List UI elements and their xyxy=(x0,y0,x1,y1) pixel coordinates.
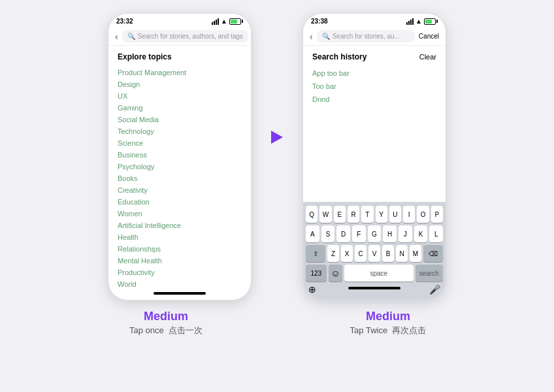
search-icon-1: 🔍 xyxy=(127,33,135,40)
history-list: App too barToo barDnnd xyxy=(312,67,436,106)
key-r[interactable]: R xyxy=(348,206,359,223)
keyboard-icon-row: ⊕ 🎤 xyxy=(306,284,443,295)
topic-item[interactable]: Health xyxy=(118,231,242,243)
mic-key[interactable]: 🎤 xyxy=(429,284,440,295)
key-v[interactable]: V xyxy=(368,245,380,262)
space-key[interactable]: space xyxy=(344,265,414,282)
history-item[interactable]: Too bar xyxy=(312,80,436,93)
key-e[interactable]: E xyxy=(334,206,346,223)
key-x[interactable]: X xyxy=(341,245,353,262)
topic-item[interactable]: Women xyxy=(118,208,242,220)
keyboard-row-1: QWERTYUIOP xyxy=(306,206,443,223)
key-s[interactable]: S xyxy=(321,225,335,242)
search-key[interactable]: search xyxy=(416,265,443,282)
key-t[interactable]: T xyxy=(361,206,373,223)
history-title: Search history xyxy=(312,52,367,61)
battery-icon xyxy=(229,18,243,25)
numbers-key[interactable]: 123 xyxy=(306,265,327,282)
search-icon-2: 🔍 xyxy=(322,33,330,40)
keyboard-row3-letters: ZXCVBNM xyxy=(327,245,421,262)
key-b[interactable]: B xyxy=(382,245,394,262)
labels-row: Medium Tap once 点击一次 Medium Tap Twice 再次… xyxy=(13,310,541,336)
delete-key[interactable]: ⌫ xyxy=(423,245,443,262)
key-f[interactable]: F xyxy=(352,225,366,242)
keyboard: QWERTYUIOP ASDFGHJKL ⇧ ZXCVBNM ⌫ 123 ☺ s… xyxy=(303,202,446,300)
topic-item[interactable]: UX xyxy=(118,90,242,102)
key-u[interactable]: U xyxy=(389,206,401,223)
topic-item[interactable]: Product Management xyxy=(118,67,242,78)
app-name-2: Medium xyxy=(366,310,410,323)
key-z[interactable]: Z xyxy=(327,245,339,262)
keyboard-row-3: ⇧ ZXCVBNM ⌫ xyxy=(306,245,443,262)
keyboard-bottom-row: 123 ☺ space search xyxy=(306,265,443,282)
cancel-button[interactable]: Cancel xyxy=(419,33,439,40)
keyboard-row-2: ASDFGHJKL xyxy=(306,225,443,242)
topic-item[interactable]: Social Media xyxy=(118,114,242,125)
key-m[interactable]: M xyxy=(410,245,421,262)
explore-section: Explore topics Product ManagementDesignU… xyxy=(108,46,251,288)
signal-icon xyxy=(212,18,219,25)
shift-key[interactable]: ⇧ xyxy=(306,245,325,262)
topic-item[interactable]: Technology xyxy=(118,125,242,137)
wifi-icon: ▲ xyxy=(221,18,227,25)
status-icons-2: ▲ xyxy=(406,18,438,25)
topic-item[interactable]: Books xyxy=(118,172,242,184)
topic-item[interactable]: World xyxy=(118,278,242,288)
topic-item[interactable]: Artificial Intelligence xyxy=(118,220,242,231)
clear-button[interactable]: Clear xyxy=(419,53,436,61)
topic-item[interactable]: Relationships xyxy=(118,243,242,255)
topics-list: Product ManagementDesignUXGamingSocial M… xyxy=(118,67,242,288)
key-k[interactable]: K xyxy=(414,225,428,242)
back-button-2[interactable]: ‹ xyxy=(310,31,313,42)
topic-item[interactable]: Science xyxy=(118,137,242,149)
topic-item[interactable]: Productivity xyxy=(118,267,242,278)
key-c[interactable]: C xyxy=(355,245,367,262)
key-n[interactable]: N xyxy=(396,245,408,262)
status-bar-1: 23:32 ▲ xyxy=(108,14,251,27)
status-bar-2: 23:38 ▲ xyxy=(303,14,446,27)
key-j[interactable]: J xyxy=(399,225,412,242)
key-p[interactable]: P xyxy=(431,206,443,223)
search-history-section: Search history Clear App too barToo barD… xyxy=(303,46,446,202)
nav-bar-2: ‹ 🔍 Search for stories, au... Cancel xyxy=(303,27,446,46)
search-bar-2[interactable]: 🔍 Search for stories, au... xyxy=(317,30,415,42)
topic-item[interactable]: Design xyxy=(118,78,242,90)
explore-title: Explore topics xyxy=(118,52,242,61)
label-group-1: Medium Tap once 点击一次 xyxy=(94,310,238,336)
key-a[interactable]: A xyxy=(306,225,319,242)
history-item[interactable]: App too bar xyxy=(312,67,436,80)
time-2: 23:38 xyxy=(311,18,328,25)
status-icons-1: ▲ xyxy=(212,18,243,25)
key-w[interactable]: W xyxy=(319,206,331,223)
key-g[interactable]: G xyxy=(368,225,382,242)
search-bar-1[interactable]: 🔍 Search for stories, authors, and tags xyxy=(122,30,248,42)
key-d[interactable]: D xyxy=(336,225,350,242)
home-indicator-1 xyxy=(154,292,206,295)
key-l[interactable]: L xyxy=(429,225,443,242)
key-y[interactable]: Y xyxy=(376,206,387,223)
emoji-key[interactable]: ☺ xyxy=(329,265,342,282)
topic-item[interactable]: Gaming xyxy=(118,102,242,114)
label-group-2: Medium Tap Twice 再次点击 xyxy=(316,310,460,336)
phone-2: 23:38 ▲ ‹ 🔍 Search for stories, au... Ca… xyxy=(302,13,446,301)
key-h[interactable]: H xyxy=(383,225,397,242)
app-name-1: Medium xyxy=(144,310,188,323)
signal-icon-2 xyxy=(406,18,414,25)
phone-1: 23:32 ▲ ‹ 🔍 Search for stories, authors,… xyxy=(108,13,252,301)
globe-key[interactable]: ⊕ xyxy=(308,284,316,295)
history-header: Search history Clear xyxy=(312,52,436,61)
topic-item[interactable]: Business xyxy=(118,149,242,161)
wifi-icon-2: ▲ xyxy=(416,18,422,25)
topic-item[interactable]: Creativity xyxy=(118,184,242,196)
arrow-container xyxy=(271,131,283,144)
key-i[interactable]: I xyxy=(403,206,415,223)
back-button-1[interactable]: ‹ xyxy=(115,31,118,42)
key-q[interactable]: Q xyxy=(306,206,318,223)
topic-item[interactable]: Psychology xyxy=(118,161,242,172)
history-item[interactable]: Dnnd xyxy=(312,93,436,106)
key-o[interactable]: O xyxy=(417,206,429,223)
phones-container: 23:32 ▲ ‹ 🔍 Search for stories, authors,… xyxy=(13,13,541,301)
topic-item[interactable]: Mental Health xyxy=(118,255,242,267)
topic-item[interactable]: Education xyxy=(118,196,242,208)
action-label-2: Tap Twice 再次点击 xyxy=(350,325,427,336)
